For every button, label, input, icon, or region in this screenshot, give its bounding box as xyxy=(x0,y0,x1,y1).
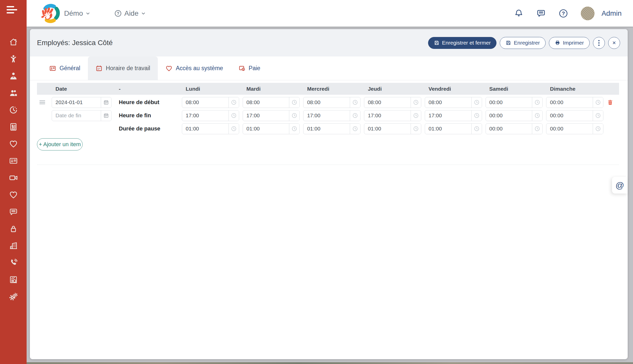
sidebar-item-security[interactable] xyxy=(8,224,18,233)
sidebar-item-staff[interactable] xyxy=(8,71,18,81)
sidebar-item-activities[interactable] xyxy=(8,190,18,199)
time-input[interactable] xyxy=(182,110,228,121)
time-picker-button[interactable] xyxy=(411,97,421,108)
hamburger-menu-icon[interactable] xyxy=(7,6,20,16)
time-input[interactable] xyxy=(546,97,593,108)
clock-icon xyxy=(474,126,480,132)
row-label: Durée de pause xyxy=(115,125,178,132)
time-input[interactable] xyxy=(364,124,411,134)
tab-general[interactable]: Général xyxy=(42,56,88,80)
time-input[interactable] xyxy=(182,97,228,108)
time-input[interactable] xyxy=(303,110,350,121)
notifications-button[interactable] xyxy=(514,9,524,18)
calendar-picker-button[interactable] xyxy=(101,97,111,108)
mention-button[interactable]: @ xyxy=(612,177,628,194)
time-picker-button[interactable] xyxy=(532,97,542,108)
drag-handle-icon[interactable] xyxy=(40,100,45,105)
time-input[interactable] xyxy=(486,110,532,121)
clock-icon xyxy=(9,105,18,114)
tab-paie[interactable]: $ Paie xyxy=(231,56,268,80)
time-picker-button[interactable] xyxy=(228,124,239,134)
time-input[interactable] xyxy=(486,97,532,108)
time-picker-button[interactable] xyxy=(289,97,299,108)
time-picker-button[interactable] xyxy=(411,110,421,121)
save-and-close-button[interactable]: Enregistrer et fermer xyxy=(428,37,497,49)
time-field-lundi xyxy=(182,97,239,108)
time-picker-button[interactable] xyxy=(532,110,542,121)
time-input[interactable] xyxy=(486,124,532,134)
calendar-picker-button[interactable] xyxy=(101,110,111,121)
save-icon xyxy=(506,40,511,46)
save-button[interactable]: Enregistrer xyxy=(500,37,546,49)
time-picker-button[interactable] xyxy=(289,124,299,134)
time-field-mardi xyxy=(243,123,300,134)
time-picker-button[interactable] xyxy=(471,124,482,134)
org-switcher[interactable]: Démo xyxy=(39,3,90,24)
time-picker-button[interactable] xyxy=(228,110,239,121)
sidebar-item-children[interactable] xyxy=(8,54,18,64)
date-end-input[interactable] xyxy=(52,110,101,121)
time-input[interactable] xyxy=(546,124,593,134)
sidebar-item-settings[interactable] xyxy=(8,292,18,301)
time-input[interactable] xyxy=(425,97,471,108)
sidebar-item-attendance[interactable] xyxy=(8,105,18,114)
sidebar-item-families[interactable] xyxy=(8,88,18,98)
time-input[interactable] xyxy=(243,110,289,121)
time-input[interactable] xyxy=(364,97,411,108)
sidebar-item-health[interactable] xyxy=(8,139,18,148)
time-input[interactable] xyxy=(303,124,350,134)
messages-button[interactable] xyxy=(536,9,546,18)
tab-horaire-de-travail[interactable]: Horaire de travail xyxy=(88,56,158,80)
user-name[interactable]: Admin xyxy=(602,9,622,17)
delete-row-button[interactable] xyxy=(607,99,613,106)
column-header-dimanche: Dimanche xyxy=(546,86,603,92)
sidebar-item-reports[interactable] xyxy=(8,275,18,284)
svg-text:$: $ xyxy=(243,68,244,70)
print-button[interactable]: Imprimer xyxy=(549,37,590,49)
time-input[interactable] xyxy=(243,97,289,108)
schedule-table: Date - Lundi Mardi Mercredi Jeudi Vendre… xyxy=(30,83,628,165)
tab-label: Horaire de travail xyxy=(106,65,150,72)
clock-icon xyxy=(291,99,297,105)
tab-acces-au-systeme[interactable]: Accès au système xyxy=(158,56,231,80)
time-input[interactable] xyxy=(243,124,289,134)
time-input[interactable] xyxy=(303,97,350,108)
sidebar-item-messages[interactable] xyxy=(8,207,18,216)
time-input[interactable] xyxy=(364,110,411,121)
sidebar-item-camera[interactable] xyxy=(8,173,18,182)
date-start-input[interactable] xyxy=(52,97,101,108)
time-picker-button[interactable] xyxy=(350,110,360,121)
clock-icon xyxy=(534,99,540,105)
time-picker-button[interactable] xyxy=(593,97,603,108)
time-picker-button[interactable] xyxy=(471,97,482,108)
time-picker-button[interactable] xyxy=(593,110,603,121)
time-picker-button[interactable] xyxy=(350,97,360,108)
sidebar-item-billing[interactable] xyxy=(8,122,18,131)
time-input[interactable] xyxy=(182,124,228,134)
time-picker-button[interactable] xyxy=(228,97,239,108)
sidebar-item-facility[interactable] xyxy=(8,241,18,250)
time-input[interactable] xyxy=(425,124,471,134)
time-picker-button[interactable] xyxy=(532,124,542,134)
time-picker-button[interactable] xyxy=(593,124,603,134)
time-field-dimanche xyxy=(546,123,603,134)
help-menu[interactable]: ? Aide xyxy=(114,9,146,17)
avatar[interactable] xyxy=(581,7,594,20)
global-help-button[interactable]: ? xyxy=(559,9,568,18)
time-input[interactable] xyxy=(546,110,593,121)
clock-icon xyxy=(534,112,540,119)
sidebar-item-calls[interactable] xyxy=(8,258,18,267)
sidebar-item-registration[interactable] xyxy=(8,156,18,165)
heart-icon xyxy=(9,190,18,199)
more-actions-button[interactable] xyxy=(593,37,605,49)
time-picker-button[interactable] xyxy=(411,124,421,134)
close-button[interactable]: × xyxy=(608,37,620,49)
add-item-label: + Ajouter un item xyxy=(39,141,81,148)
chevron-down-icon xyxy=(141,11,146,16)
time-picker-button[interactable] xyxy=(289,110,299,121)
time-picker-button[interactable] xyxy=(471,110,482,121)
add-item-button[interactable]: + Ajouter un item xyxy=(37,138,83,150)
time-input[interactable] xyxy=(425,110,471,121)
time-picker-button[interactable] xyxy=(350,124,360,134)
sidebar-item-home[interactable] xyxy=(8,37,18,47)
